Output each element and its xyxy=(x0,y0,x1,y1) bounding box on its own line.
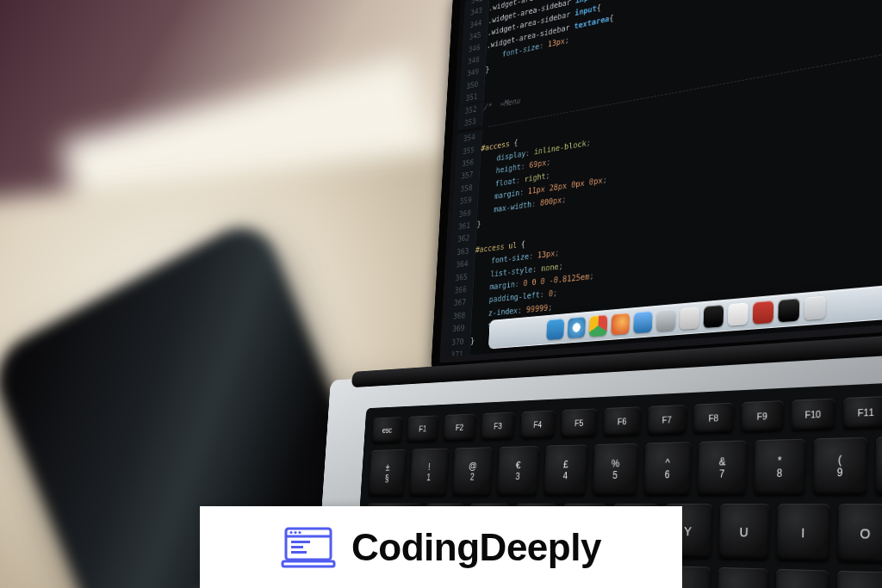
app-icon-5[interactable] xyxy=(804,296,826,320)
filezilla-icon[interactable] xyxy=(752,300,773,325)
key[interactable]: F8 xyxy=(693,403,734,434)
key[interactable]: F10 xyxy=(791,399,835,430)
logo-text: CodingDeeply xyxy=(351,526,601,569)
svg-rect-7 xyxy=(291,551,307,554)
key[interactable]: F5 xyxy=(561,408,597,436)
svg-rect-6 xyxy=(291,546,303,548)
laptop-screen: 342.widget-area-sidebar input{343.widget… xyxy=(444,0,882,356)
app-icon-2[interactable] xyxy=(679,306,699,330)
svg-rect-0 xyxy=(286,529,331,560)
key[interactable]: €3 xyxy=(497,446,539,496)
svg-point-3 xyxy=(294,530,296,533)
svg-point-4 xyxy=(298,530,301,533)
key[interactable]: %5 xyxy=(593,443,638,496)
key[interactable]: U xyxy=(718,504,769,560)
key[interactable]: K xyxy=(775,569,829,588)
app-icon-1[interactable] xyxy=(655,309,675,332)
key[interactable]: esc xyxy=(372,417,403,443)
key[interactable]: I xyxy=(777,504,830,561)
key[interactable]: F6 xyxy=(603,406,641,436)
logo-overlay: CodingDeeply xyxy=(200,506,682,588)
key[interactable]: @2 xyxy=(452,447,493,496)
key[interactable]: F2 xyxy=(444,414,476,441)
svg-rect-5 xyxy=(291,541,310,543)
key[interactable]: £4 xyxy=(543,444,587,495)
chrome-icon[interactable] xyxy=(588,314,607,337)
key[interactable]: ±§ xyxy=(369,449,407,496)
key[interactable]: O xyxy=(837,504,882,562)
key[interactable]: F4 xyxy=(520,411,556,439)
key[interactable]: F9 xyxy=(741,400,783,431)
key[interactable]: )0 xyxy=(875,436,882,495)
keyboard-row: ±§!1@2€3£4%5^6&7*8(9)0_-+= xyxy=(369,435,882,496)
app-icon-3[interactable] xyxy=(703,305,724,328)
firefox-icon[interactable] xyxy=(611,313,630,335)
key[interactable]: (9 xyxy=(813,437,867,495)
logo-icon xyxy=(281,523,336,572)
key[interactable]: *8 xyxy=(754,439,805,495)
key[interactable]: F3 xyxy=(481,412,515,440)
key[interactable]: F7 xyxy=(648,405,687,435)
svg-point-2 xyxy=(289,530,292,533)
key[interactable]: F11 xyxy=(843,396,882,429)
finder-icon[interactable] xyxy=(546,319,564,340)
laptop-screen-bezel: 342.widget-area-sidebar input{343.widget… xyxy=(431,0,882,374)
key[interactable]: J xyxy=(717,567,768,588)
safari-icon[interactable] xyxy=(567,317,585,338)
key[interactable]: ^6 xyxy=(643,442,691,495)
key[interactable]: L xyxy=(836,571,882,588)
mail-icon[interactable] xyxy=(633,311,652,333)
key[interactable]: !1 xyxy=(409,449,449,496)
photo-scene: 342.widget-area-sidebar input{343.widget… xyxy=(0,0,882,588)
svg-rect-8 xyxy=(283,561,334,566)
key[interactable]: F1 xyxy=(407,415,438,442)
key[interactable]: &7 xyxy=(698,440,748,495)
app-icon-4[interactable] xyxy=(727,302,748,325)
keyboard-row: escF1F2F3F4F5F6F7F8F9F10F11F12 xyxy=(372,393,882,443)
terminal-icon[interactable] xyxy=(778,298,799,322)
